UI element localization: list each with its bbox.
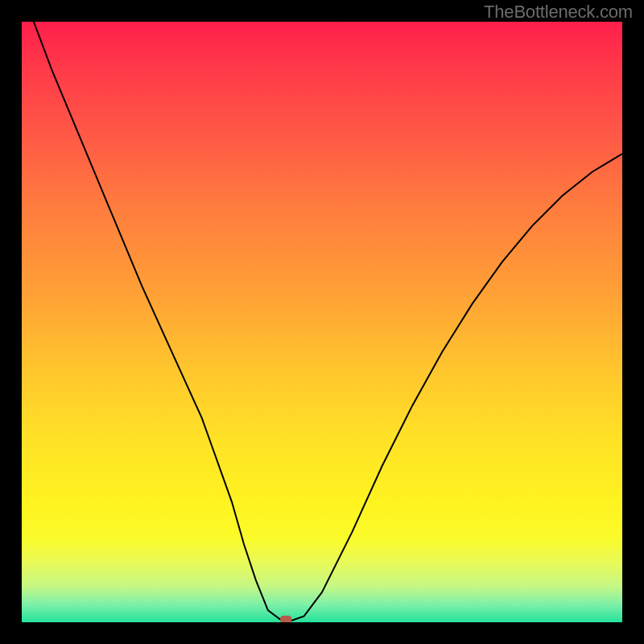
chart-svg: [22, 22, 622, 622]
watermark-text: TheBottleneck.com: [484, 2, 633, 23]
minimum-marker: [280, 616, 291, 622]
plot-area: [22, 22, 622, 622]
chart-container: TheBottleneck.com: [0, 0, 644, 644]
bottleneck-curve: [34, 22, 622, 621]
